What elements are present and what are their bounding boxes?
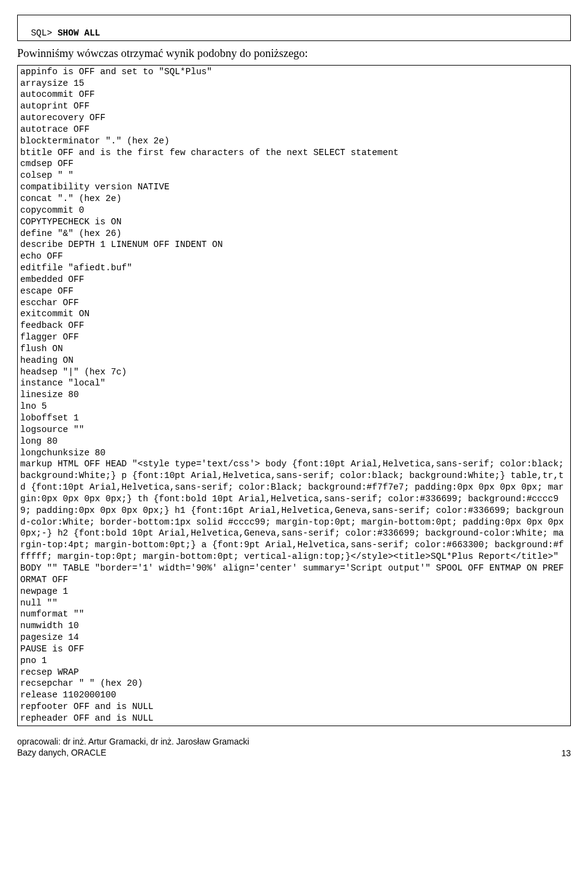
footer-page-number: 13 — [561, 748, 571, 758]
sql-prompt-box: SQL> SHOW ALL — [17, 15, 571, 41]
footer-left: opracowali: dr inż. Artur Gramacki, dr i… — [17, 736, 249, 758]
sql-prompt-prefix: SQL> — [31, 28, 58, 38]
output-box: appinfo is OFF and set to "SQL*Plus" arr… — [17, 65, 571, 726]
intro-paragraph: Powinniśmy wówczas otrzymać wynik podobn… — [17, 47, 571, 60]
sql-prompt-command: SHOW ALL — [58, 28, 100, 38]
footer-authors: opracowali: dr inż. Artur Gramacki, dr i… — [17, 736, 249, 747]
page-footer: opracowali: dr inż. Artur Gramacki, dr i… — [17, 736, 571, 758]
footer-course: Bazy danych, ORACLE — [17, 747, 249, 758]
